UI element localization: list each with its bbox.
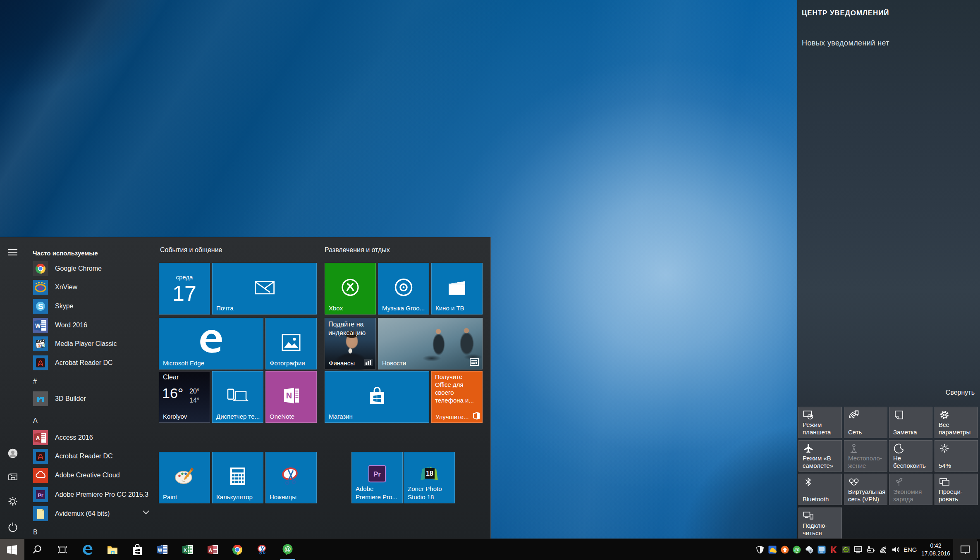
svg-text:Pr: Pr xyxy=(373,470,381,478)
svg-text:Pr: Pr xyxy=(38,492,43,498)
svg-text:X: X xyxy=(184,548,187,553)
svg-text:S: S xyxy=(38,302,43,311)
svg-text:N: N xyxy=(286,391,292,400)
svg-text:W: W xyxy=(158,548,163,553)
svg-text:@: @ xyxy=(794,547,800,553)
svg-text:W: W xyxy=(35,322,41,329)
svg-text:A: A xyxy=(36,435,40,441)
svg-text:18: 18 xyxy=(426,470,433,477)
svg-text:A: A xyxy=(209,548,212,553)
svg-text:@: @ xyxy=(284,546,291,553)
